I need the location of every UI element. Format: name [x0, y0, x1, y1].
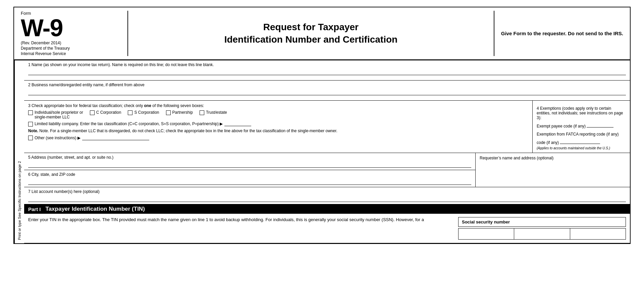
option-c-corp-label: C Corporation [96, 110, 121, 115]
field2-row: 2 Business name/disregarded entity name,… [24, 81, 630, 101]
llc-classification-input[interactable] [224, 121, 251, 126]
address-left: 5 Address (number, street, and apt. or s… [24, 153, 476, 187]
field1-input[interactable] [28, 68, 626, 75]
option-individual: Individual/sole proprietor orsingle-memb… [28, 110, 83, 119]
llc-row: Limited liability company. Enter the tax… [28, 121, 528, 126]
checkbox-c-corp[interactable] [90, 110, 95, 115]
checkbox-s-corp[interactable] [128, 110, 132, 115]
form-dept1: Department of the Treasury [21, 46, 121, 51]
form-fields: 1 Name (as shown on your income tax retu… [24, 60, 630, 243]
field7-input[interactable] [28, 195, 626, 202]
ssn-segment-1[interactable] [459, 229, 514, 239]
checkbox-partnership[interactable] [166, 110, 171, 115]
field2-label: 2 Business name/disregarded entity name,… [28, 83, 626, 87]
note-text: Note. Note. For a single-member LLC that… [28, 129, 528, 133]
sidebar-text: Print or type See Specific Instructions … [17, 161, 21, 240]
form-number: W-9 [21, 16, 121, 40]
header-right: Give Form to the requester. Do not send … [494, 11, 623, 56]
ssn-segment-3[interactable] [570, 229, 626, 239]
ssn-label-box: Social security number [458, 217, 626, 227]
header-title: Request for Taxpayer Identification Numb… [224, 21, 397, 46]
field3-label2: of the following seven boxes: [152, 103, 204, 108]
part1-text: Enter your TIN in the appropriate box. T… [28, 217, 451, 222]
requester-label: Requester’s name and address (optional) [480, 156, 553, 160]
field5-label: 5 Address (number, street, and apt. or s… [28, 155, 471, 160]
other-label: Other (see instructions) ▶ [35, 136, 80, 140]
part1-header: Part I Taxpayer Identification Number (T… [24, 204, 630, 214]
option-partnership: Partnership [166, 110, 193, 115]
classification-boxes: Individual/sole proprietor orsingle-memb… [28, 110, 528, 119]
exemptions-panel: 4 Exemptions (codes apply only to certai… [533, 101, 630, 153]
form-container: Form W-9 (Rev. December 2014) Department… [13, 7, 631, 244]
field7-row: 7 List account number(s) here (optional) [24, 187, 630, 204]
note-bold: Note. [28, 129, 38, 133]
llc-text: Limited liability company. Enter the tax… [35, 121, 223, 126]
exempt-payee-input[interactable] [587, 123, 613, 128]
address-section: 5 Address (number, street, and apt. or s… [24, 153, 630, 187]
option-c-corp: C Corporation [90, 110, 121, 115]
checkbox-llc[interactable] [28, 122, 33, 126]
header-right-text: Give Form to the requester. Do not send … [501, 30, 623, 37]
field3-label-text: 3 Check appropriate box for federal tax … [28, 103, 143, 108]
exempt-payee-label: Exempt payee code (if any) [537, 123, 626, 129]
fatca-label: Exemption from FATCA reporting code (if … [537, 132, 626, 137]
requester-box: Requester’s name and address (optional) [476, 153, 630, 187]
ssn-fields [458, 228, 626, 240]
fatca-code-row: code (if any) [537, 139, 626, 145]
field5-row: 5 Address (number, street, and apt. or s… [24, 153, 475, 170]
fatca-text: Exemption from FATCA reporting code (if … [537, 132, 619, 137]
field6-input[interactable] [28, 178, 471, 185]
form-rev: (Rev. December 2014) [21, 41, 121, 45]
part1-right: Social security number [458, 217, 626, 240]
checkbox-other[interactable] [28, 136, 33, 140]
checkbox-trust[interactable] [200, 110, 204, 115]
other-row: Other (see instructions) ▶ [28, 135, 528, 140]
field3-bold: one [144, 103, 151, 108]
field1-row: 1 Name (as shown on your income tax retu… [24, 60, 630, 81]
option-s-corp: S Corporation [128, 110, 159, 115]
row3-wrapper: 3 Check appropriate box for federal tax … [24, 101, 630, 153]
page: Form W-9 (Rev. December 2014) Department… [0, 7, 644, 304]
option-partnership-label: Partnership [172, 110, 193, 115]
ssn-segment-2[interactable] [514, 229, 570, 239]
exempt-header: 4 Exemptions (codes apply only to certai… [537, 106, 626, 120]
checkbox-individual[interactable] [28, 110, 33, 115]
field2-input[interactable] [28, 89, 626, 95]
form-body: Print or type See Specific Instructions … [14, 60, 630, 243]
header-left: Form W-9 (Rev. December 2014) Department… [21, 11, 128, 56]
part1-label: Part I [28, 206, 41, 212]
form-header: Form W-9 (Rev. December 2014) Department… [14, 7, 630, 60]
fatca-code-input[interactable] [560, 139, 600, 144]
field3-label: 3 Check appropriate box for federal tax … [28, 103, 528, 108]
option-individual-label: Individual/sole proprietor orsingle-memb… [35, 110, 83, 119]
field7-label: 7 List account number(s) here (optional) [28, 189, 626, 194]
exempt-payee-text: Exempt payee code (if any) [537, 124, 586, 129]
form-dept2: Internal Revenue Service [21, 51, 121, 56]
field6-label: 6 City, state, and ZIP code [28, 172, 471, 177]
option-s-corp-label: S Corporation [134, 110, 159, 115]
header-title-line1: Request for Taxpayer [224, 21, 397, 33]
header-center: Request for Taxpayer Identification Numb… [128, 11, 494, 56]
field6-row: 6 City, state, and ZIP code [24, 170, 475, 187]
field1-label: 1 Name (as shown on your income tax retu… [28, 62, 626, 67]
part1-title: Taxpayer Identification Number (TIN) [46, 206, 145, 212]
sidebar-rotated: Print or type See Specific Instructions … [14, 60, 24, 243]
note-body: Note. For a single-member LLC that is di… [39, 129, 337, 133]
option-trust: Trust/estate [200, 110, 227, 115]
fatca-italic: (Applies to accounts maintained outside … [537, 146, 626, 150]
header-title-line2: Identification Number and Certification [224, 34, 397, 46]
fatca-code-prefix: code (if any) [537, 140, 559, 145]
part1-body: Enter your TIN in the appropriate box. T… [24, 214, 630, 243]
field5-input[interactable] [28, 161, 471, 168]
part1-left: Enter your TIN in the appropriate box. T… [28, 217, 458, 240]
row3-left: 3 Check appropriate box for federal tax … [24, 101, 533, 153]
ssn-label: Social security number [462, 219, 510, 224]
option-trust-label: Trust/estate [206, 110, 227, 115]
other-input[interactable] [82, 136, 149, 140]
